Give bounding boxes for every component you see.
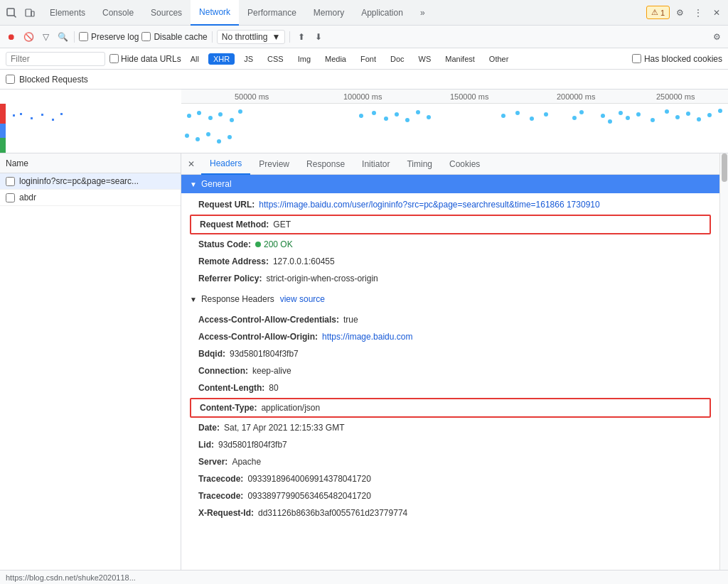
svg-point-36 — [196, 137, 200, 141]
response-headers-section-header[interactable]: ▼ Response Headers view source — [181, 290, 719, 308]
tab-cookies[interactable]: Cookies — [441, 153, 488, 175]
tab-memory[interactable]: Memory — [305, 0, 353, 26]
svg-point-11 — [372, 111, 376, 115]
scrollbar-track[interactable] — [719, 153, 728, 583]
tab-console[interactable]: Console — [94, 0, 142, 26]
hide-data-urls-label[interactable]: Hide data URLs — [109, 54, 181, 64]
response-header-key-10: Tracecode: — [198, 490, 243, 502]
tab-application[interactable]: Application — [353, 0, 412, 26]
devtools-tab-bar: Elements Console Sources Network Perform… — [0, 0, 728, 26]
svg-point-17 — [501, 114, 505, 118]
response-header-row-5: Content-Type:application/json — [190, 398, 711, 418]
response-header-value-7: 93d5801f804f3fb7 — [218, 438, 287, 451]
tab-response[interactable]: Response — [298, 153, 353, 175]
filter-css-btn[interactable]: CSS — [262, 53, 289, 65]
filter-icon[interactable]: ▽ — [38, 30, 53, 44]
ruler-100k: 100000 ms — [343, 92, 382, 101]
response-header-row-10: Tracecode:09338977990563465482041720 — [181, 487, 719, 504]
tab-elements[interactable]: Elements — [41, 0, 94, 26]
more-options-icon[interactable]: ⋮ — [690, 4, 707, 21]
details-panel: ✕ Headers Preview Response Initiator Tim… — [181, 153, 719, 583]
details-close-button[interactable]: ✕ — [184, 157, 198, 171]
response-header-key-0: Access-Control-Allow-Credentials: — [198, 313, 339, 326]
filter-manifest-btn[interactable]: Manifest — [440, 53, 480, 65]
close-devtools-icon[interactable]: ✕ — [708, 4, 725, 21]
blocked-cookies-checkbox[interactable] — [632, 54, 641, 63]
svg-point-5 — [197, 111, 201, 115]
response-header-key-3: Connection: — [198, 364, 248, 377]
record-stop-icon[interactable]: ⏺ — [4, 30, 18, 44]
settings-icon[interactable]: ⚙ — [671, 4, 688, 21]
svg-point-14 — [405, 118, 410, 122]
import-har-icon[interactable]: ⬆ — [294, 30, 309, 44]
details-tab-bar: ✕ Headers Preview Response Initiator Tim… — [181, 153, 719, 175]
throttle-selector[interactable]: No throttling ▼ — [217, 30, 286, 44]
svg-point-20 — [544, 112, 548, 117]
filter-xhr-btn[interactable]: XHR — [208, 53, 235, 65]
response-header-row-0: Access-Control-Allow-Credentials:true — [181, 311, 719, 328]
svg-point-24 — [608, 119, 612, 124]
svg-point-19 — [530, 117, 534, 121]
response-header-row-7: Lid:93d5801f804f3fb7 — [181, 436, 719, 453]
tab-timing[interactable]: Timing — [398, 153, 441, 175]
tab-sources[interactable]: Sources — [142, 0, 191, 26]
settings-gear-icon[interactable]: ⚙ — [710, 30, 724, 44]
filter-doc-btn[interactable]: Doc — [385, 53, 410, 65]
tab-performance[interactable]: Performance — [239, 0, 305, 26]
filter-all-btn[interactable]: All — [186, 53, 204, 65]
response-header-value-8: Apache — [232, 455, 261, 468]
blocked-requests-checkbox[interactable] — [6, 75, 15, 84]
tab-more[interactable]: » — [412, 0, 434, 26]
filter-input[interactable] — [6, 52, 105, 66]
filter-media-btn[interactable]: Media — [320, 53, 351, 65]
response-header-key-6: Date: — [198, 421, 220, 434]
remote-address-row: Remote Address: 127.0.0.1:60455 — [181, 253, 719, 270]
request-item-logininfo[interactable]: logininfo?src=pc&page=searc... — [0, 173, 181, 190]
warning-badge[interactable]: ⚠ 1 — [646, 6, 670, 19]
inspect-element-icon[interactable] — [3, 4, 20, 21]
general-section-header[interactable]: ▼ General — [181, 175, 719, 193]
request-item-logininfo-checkbox[interactable] — [6, 177, 15, 186]
response-header-row-8: Server:Apache — [181, 453, 719, 470]
filter-js-btn[interactable]: JS — [239, 53, 258, 65]
blocked-cookies-checkbox-label[interactable]: Has blocked cookies — [632, 54, 722, 64]
request-item-abdr-checkbox[interactable] — [6, 193, 15, 202]
clear-icon[interactable]: 🚫 — [21, 30, 36, 44]
svg-rect-2 — [26, 9, 31, 16]
main-content-area: Name logininfo?src=pc&page=searc... abdr… — [0, 153, 728, 583]
svg-point-10 — [359, 114, 363, 118]
tab-headers[interactable]: Headers — [201, 153, 250, 175]
preserve-log-checkbox[interactable]: Preserve log — [79, 32, 139, 42]
preserve-log-input[interactable] — [79, 32, 88, 41]
export-har-icon[interactable]: ⬇ — [311, 30, 326, 44]
response-header-key-9: Tracecode: — [198, 472, 243, 485]
hide-data-urls-checkbox[interactable] — [109, 54, 119, 63]
view-source-link[interactable]: view source — [280, 294, 325, 304]
svg-point-30 — [675, 115, 680, 119]
response-header-value-11: dd31126b8636b3af0055761d23779774 — [258, 507, 407, 519]
tab-preview[interactable]: Preview — [250, 153, 298, 175]
tab-initiator[interactable]: Initiator — [353, 153, 398, 175]
filter-img-btn[interactable]: Img — [293, 53, 316, 65]
scrollbar-thumb[interactable] — [722, 153, 727, 182]
svg-point-39 — [228, 135, 232, 139]
disable-cache-checkbox[interactable]: Disable cache — [141, 32, 207, 42]
response-header-row-9: Tracecode:09339189640069914378041720 — [181, 470, 719, 487]
svg-point-26 — [626, 116, 630, 120]
divider-3 — [289, 31, 290, 43]
svg-point-31 — [686, 112, 690, 116]
status-code-icon — [255, 242, 261, 247]
referrer-policy-row: Referrer Policy: strict-origin-when-cros… — [181, 270, 719, 287]
disable-cache-input[interactable] — [141, 32, 151, 41]
tab-network[interactable]: Network — [191, 0, 239, 26]
svg-rect-0 — [7, 9, 14, 16]
request-item-abdr[interactable]: abdr — [0, 190, 181, 206]
filter-font-btn[interactable]: Font — [355, 53, 381, 65]
search-icon[interactable]: 🔍 — [55, 30, 70, 44]
status-code-row: Status Code: 200 OK — [181, 236, 719, 253]
request-list-header: Name — [0, 153, 181, 173]
device-toggle-icon[interactable] — [21, 4, 38, 21]
filter-ws-btn[interactable]: WS — [414, 53, 437, 65]
response-header-value-0: true — [343, 313, 358, 326]
filter-other-btn[interactable]: Other — [484, 53, 514, 65]
